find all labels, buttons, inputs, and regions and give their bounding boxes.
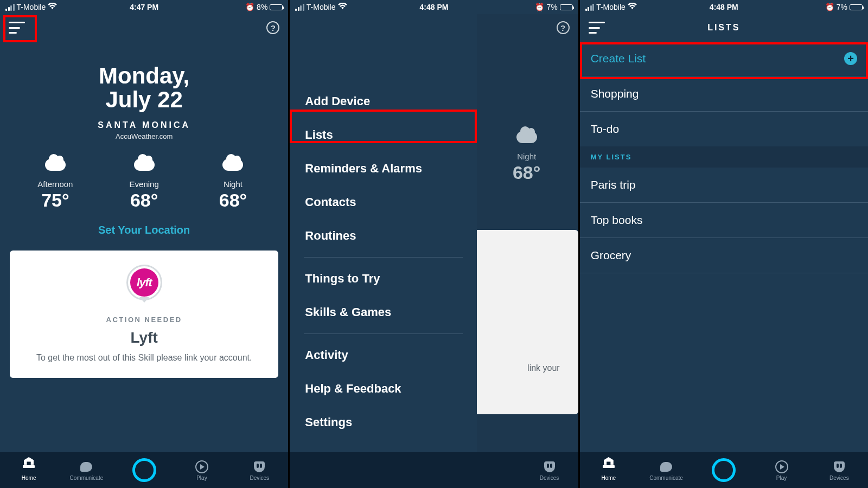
list-top-books[interactable]: Top books [580,203,868,238]
cloudy-night-icon [100,156,189,174]
tab-devices[interactable]: Devices [231,460,288,481]
forecast-evening: Evening 68° [100,156,189,211]
screen-lists: T-Mobile 4:48 PM ⏰ 7% LISTS Create List … [578,0,868,488]
page-title: LISTS [707,23,740,33]
tab-play[interactable]: Play [173,460,231,481]
set-location-link[interactable]: Set Your Location [0,224,288,236]
date-block: Monday, July 22 SANTA MONICA AccuWeather… [0,63,288,140]
app-bar: ? [0,14,288,41]
date-monthday: July 22 [0,87,288,113]
tab-bar: Devices [290,452,578,488]
menu-things-to-try[interactable]: Things to Try [290,262,477,296]
tab-home[interactable]: Home [580,460,637,481]
card-description: To get the most out of this Skill please… [23,352,265,364]
clock: 4:47 PM [130,3,158,11]
forecast-night: Night 68° [189,156,278,211]
cloudy-night-icon [189,156,278,174]
menu-add-device[interactable]: Add Device [290,85,477,118]
help-icon[interactable]: ? [266,21,279,34]
wifi-icon [48,3,57,11]
carrier-label: T-Mobile [596,3,626,11]
battery-icon [270,4,283,10]
list-todo[interactable]: To-do [580,112,868,146]
list-shopping[interactable]: Shopping [580,76,868,112]
tab-communicate[interactable]: Communicate [58,460,115,481]
menu-divider [304,257,463,258]
battery-pct: 7% [546,3,557,11]
menu-settings[interactable]: Settings [290,406,477,439]
alarm-icon: ⏰ [825,3,834,11]
tab-communicate[interactable]: Communicate [637,460,695,481]
alarm-icon: ⏰ [245,3,254,11]
status-bar: T-Mobile 4:48 PM ⏰ 7% [290,0,578,14]
my-lists-header: MY LISTS [580,146,868,168]
menu-contacts[interactable]: Contacts [290,185,477,219]
tab-play[interactable]: Play [752,460,810,481]
wifi-icon [628,3,637,11]
create-list-button[interactable]: Create List + [580,41,868,76]
card-peek: link your [464,230,578,414]
status-bar: T-Mobile 4:47 PM ⏰ 8% [0,0,288,14]
battery-icon [560,4,573,10]
battery-pct: 8% [257,3,267,11]
battery-pct: 7% [837,3,847,11]
date-weekday: Monday, [0,63,288,89]
weather-provider: AccuWeather.com [0,132,288,140]
signal-icon [585,4,595,11]
alarm-icon: ⏰ [535,3,544,11]
clock: 4:48 PM [420,3,449,11]
menu-button[interactable] [9,22,25,34]
help-icon[interactable]: ? [557,21,570,34]
tab-devices[interactable]: Devices [520,460,578,481]
signal-icon [295,4,304,11]
card-title: Lyft [23,329,265,346]
menu-lists[interactable]: Lists [290,118,477,152]
forecast-row: Afternoon 75° Evening 68° Night 68° [0,156,288,211]
menu-skills-games[interactable]: Skills & Games [290,296,477,329]
background-peek: ? Night 68° link your [475,14,578,452]
menu-button[interactable] [589,22,605,34]
menu-help-feedback[interactable]: Help & Feedback [290,372,477,406]
wifi-icon [338,3,347,11]
forecast-afternoon: Afternoon 75° [11,156,100,211]
menu-routines[interactable]: Routines [290,219,477,253]
tab-bar: Home Communicate Play Devices [580,452,868,488]
tab-home[interactable]: Home [0,460,58,481]
forecast-night: Night 68° [475,128,578,183]
tab-alexa[interactable] [116,463,173,477]
clock: 4:48 PM [710,3,738,11]
create-list-label: Create List [591,52,646,65]
screen-menu: T-Mobile 4:48 PM ⏰ 7% ? Night 68° link y… [288,0,578,488]
screen-home: T-Mobile 4:47 PM ⏰ 8% ? Monday, July 22 … [0,0,288,488]
partly-cloudy-icon [11,156,100,174]
list-grocery[interactable]: Grocery [580,238,868,273]
plus-icon: + [844,52,857,65]
side-menu: Add Device Lists Reminders & Alarms Cont… [290,14,477,452]
carrier-label: T-Mobile [307,3,336,11]
tab-alexa[interactable] [695,463,752,477]
menu-divider [304,333,463,334]
menu-reminders[interactable]: Reminders & Alarms [290,152,477,185]
lyft-logo: lyft [126,265,162,300]
location-city: SANTA MONICA [0,120,288,130]
skill-card-lyft[interactable]: lyft ACTION NEEDED Lyft To get the most … [10,251,278,378]
tab-bar: Home Communicate Play Devices [0,452,288,488]
cloudy-night-icon [475,128,578,146]
menu-activity[interactable]: Activity [290,338,477,372]
list-paris-trip[interactable]: Paris trip [580,168,868,203]
action-needed-label: ACTION NEEDED [23,316,265,324]
signal-icon [5,4,15,11]
carrier-label: T-Mobile [17,3,46,11]
app-bar: LISTS [580,14,868,41]
tab-devices[interactable]: Devices [810,460,868,481]
battery-icon [850,4,863,10]
status-bar: T-Mobile 4:48 PM ⏰ 7% [580,0,868,14]
